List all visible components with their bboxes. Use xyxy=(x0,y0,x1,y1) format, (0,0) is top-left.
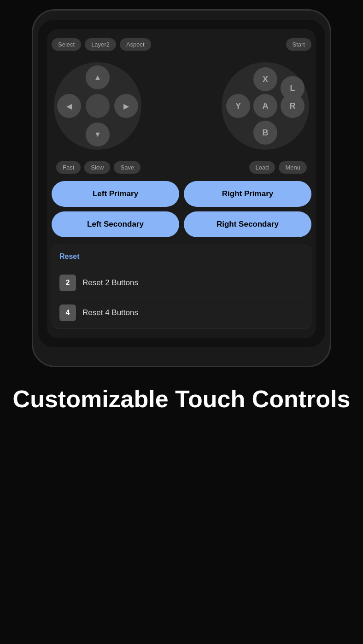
layer2-button[interactable]: Layer2 xyxy=(85,38,116,51)
slow-button[interactable]: Slow xyxy=(84,161,110,174)
b-button[interactable]: B xyxy=(253,121,277,145)
dpad-down-icon: ▼ xyxy=(94,130,101,139)
dpad-right-button[interactable]: ▶ xyxy=(114,94,138,118)
mapping-section: Left Primary Right Primary Left Secondar… xyxy=(52,181,311,237)
fast-button[interactable]: Fast xyxy=(56,161,81,174)
start-button[interactable]: Start xyxy=(286,38,311,51)
dpad-right-icon: ▶ xyxy=(123,102,129,111)
dpad-down-button[interactable]: ▼ xyxy=(86,123,110,146)
reset-4-icon: 4 xyxy=(59,304,76,321)
dpad-up-icon: ▲ xyxy=(94,73,101,82)
reset-4-label: Reset 4 Buttons xyxy=(82,308,138,317)
dpad-center xyxy=(86,94,110,118)
top-row: Select Layer2 Aspect Start xyxy=(52,38,311,51)
dpad-cluster: ▲ ▼ ◀ ▶ xyxy=(52,60,144,152)
reset-2-icon: 2 xyxy=(59,275,76,291)
reset-2-buttons-item[interactable]: 2 Reset 2 Buttons xyxy=(59,268,304,298)
aspect-button[interactable]: Aspect xyxy=(120,38,151,51)
select-button[interactable]: Select xyxy=(52,38,81,51)
reset-title: Reset xyxy=(59,252,304,261)
y-button[interactable]: Y xyxy=(226,94,250,118)
right-secondary-button[interactable]: Right Secondary xyxy=(184,211,311,237)
headline-text: Customizable Touch Controls xyxy=(13,386,351,413)
primary-mapping-row: Left Primary Right Primary xyxy=(52,181,311,207)
controller-area: Select Layer2 Aspect Start ▲ ▼ xyxy=(47,29,316,338)
a-button[interactable]: A xyxy=(253,94,277,118)
face-cluster: X L Y A R B xyxy=(219,60,311,152)
dpad-left-button[interactable]: ◀ xyxy=(57,94,81,118)
menu-button[interactable]: Menu xyxy=(279,161,307,174)
load-button[interactable]: Load xyxy=(249,161,275,174)
reset-2-label: Reset 2 Buttons xyxy=(82,278,138,287)
reset-4-buttons-item[interactable]: 4 Reset 4 Buttons xyxy=(59,298,304,321)
left-primary-button[interactable]: Left Primary xyxy=(52,181,179,207)
secondary-mapping-row: Left Secondary Right Secondary xyxy=(52,211,311,237)
right-primary-button[interactable]: Right Primary xyxy=(184,181,311,207)
phone-mockup: Select Layer2 Aspect Start ▲ ▼ xyxy=(32,9,331,367)
left-secondary-button[interactable]: Left Secondary xyxy=(52,211,179,237)
x-button[interactable]: X xyxy=(253,67,277,91)
save-button[interactable]: Save xyxy=(114,161,141,174)
buttons-row: ▲ ▼ ◀ ▶ X L xyxy=(52,60,311,152)
bottom-ctrl-right: Load Menu xyxy=(249,161,307,174)
r-button[interactable]: R xyxy=(281,94,304,118)
bottom-ctrl-row: Fast Slow Save Load Menu xyxy=(52,161,311,174)
dpad-left-icon: ◀ xyxy=(66,102,72,111)
dpad-up-button[interactable]: ▲ xyxy=(86,65,110,89)
reset-section: Reset 2 Reset 2 Buttons 4 Reset 4 Button… xyxy=(52,245,311,329)
phone-screen: Select Layer2 Aspect Start ▲ ▼ xyxy=(38,20,325,347)
bottom-ctrl-left: Fast Slow Save xyxy=(56,161,141,174)
top-row-left: Select Layer2 Aspect xyxy=(52,38,151,51)
